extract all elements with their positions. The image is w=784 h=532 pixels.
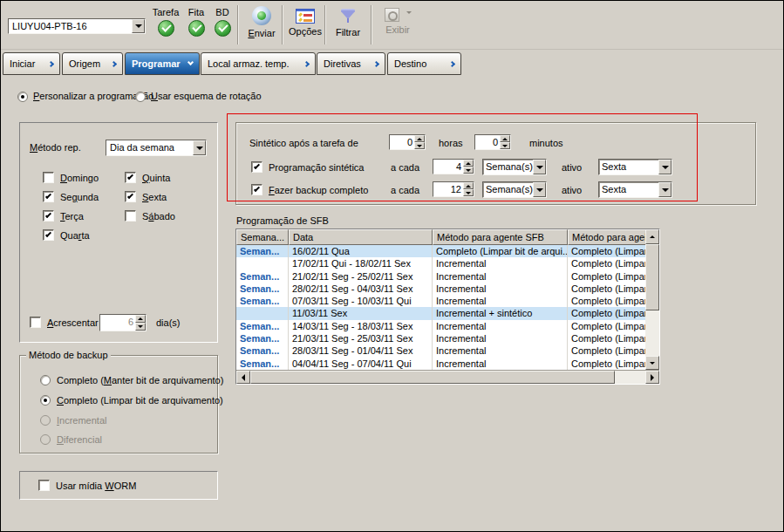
dias-unit-label: dia(s) — [156, 317, 181, 328]
spin-up-button[interactable] — [463, 182, 474, 189]
cell-week: Seman... — [236, 332, 289, 344]
cell-week: Seman... — [236, 358, 289, 370]
checkbox-fazer-backup-completo[interactable] — [251, 184, 262, 195]
table-row[interactable]: Seman... 16/02/11 Qua Completo (Limpar b… — [236, 245, 645, 257]
sintetica-unit-combobox[interactable]: Semana(s) — [482, 159, 547, 175]
spin-up-button[interactable] — [500, 135, 510, 142]
checkbox-quinta[interactable] — [125, 172, 136, 183]
vertical-scrollbar[interactable] — [645, 229, 659, 370]
checkbox-quarta[interactable] — [43, 229, 54, 241]
backup-every-spinner[interactable]: 12 — [433, 181, 474, 197]
table-row[interactable]: Seman... 28/02/11 Seg - 04/03/11 Sex Inc… — [236, 283, 645, 295]
sintetica-day-combobox[interactable]: Sexta — [598, 159, 672, 175]
checkbox-usar-midia-worm[interactable] — [38, 480, 50, 491]
scroll-up-button[interactable] — [645, 229, 659, 244]
scroll-right-button[interactable] — [645, 371, 659, 384]
metodo-rep-combobox[interactable]: Dia da semana — [106, 140, 207, 156]
radio-completo-limpar-label: Completo (Limpar bit de arquivamento) — [57, 395, 223, 406]
table-row[interactable]: Seman... 28/03/11 Seg - 01/04/11 Sex Inc… — [236, 344, 645, 357]
chevron-down-icon — [187, 59, 194, 65]
horizontal-scrollbar[interactable] — [236, 370, 659, 384]
checkbox-acrescentar[interactable] — [30, 317, 41, 328]
table-row[interactable]: Seman... 07/03/11 Seg - 10/03/11 Qui Inc… — [236, 295, 645, 307]
a-cada-label: a cada — [391, 162, 419, 173]
spin-up-button — [135, 315, 146, 323]
sintetica-day-value: Sexta — [599, 160, 658, 174]
cell-method: Incremental — [433, 332, 568, 344]
spin-up-button[interactable] — [463, 160, 474, 167]
enviar-button[interactable]: Enviar — [242, 6, 282, 38]
table-row[interactable]: Seman... 21/02/11 Seg - 25/02/11 Sex Inc… — [236, 270, 645, 283]
column-header-data[interactable]: Data — [289, 229, 433, 245]
radio-completo-limpar[interactable] — [40, 395, 51, 406]
view-icon — [385, 8, 399, 22]
checkbox-terca[interactable] — [43, 210, 54, 222]
dropdown-button[interactable] — [658, 182, 672, 197]
checkbox-domingo[interactable] — [43, 172, 54, 183]
cell-method2: Completo (Limpar — [568, 320, 645, 332]
job-selector-value: LIUYU04-PTB-16 — [9, 19, 132, 33]
tab-iniciar[interactable]: Iniciar — [3, 52, 60, 75]
cell-method2: Completo (Limpar — [568, 332, 645, 344]
check-circle-icon — [215, 20, 231, 37]
table-row[interactable]: Seman... 04/04/11 Seg - 07/04/11 Qui Inc… — [236, 358, 645, 370]
acrescentar-spinner-disabled: 6 — [99, 314, 147, 331]
tab-programar-selected[interactable]: Programar — [125, 52, 200, 75]
checkbox-sexta[interactable] — [125, 191, 136, 202]
horizontal-scroll-track[interactable] — [615, 371, 645, 384]
radio-rotacao-label: Usar esquema de rotação — [151, 91, 262, 101]
radio-completo-manter[interactable] — [40, 375, 51, 385]
toolbar-separator — [282, 5, 283, 44]
radio-personalizar-programacao[interactable] — [17, 92, 28, 102]
sintetica-every-spinner[interactable]: 4 — [433, 159, 474, 174]
tab-diretivas[interactable]: Diretivas — [317, 52, 385, 75]
minutes-spinner[interactable]: 0 — [474, 134, 511, 150]
table-row[interactable]: 17/02/11 Qui - 18/02/11 Sex Incremental … — [236, 257, 645, 269]
tab-destino[interactable]: Destino — [387, 52, 461, 75]
spin-down-button[interactable] — [463, 167, 474, 174]
segunda-label: Segunda — [60, 192, 99, 202]
filtrar-button[interactable]: Filtrar — [329, 6, 367, 38]
scroll-down-button[interactable] — [645, 356, 659, 370]
table-row[interactable]: 11/03/11 Sex Incremental + sintético Com… — [236, 307, 645, 319]
scroll-left-button[interactable] — [236, 371, 250, 384]
checkbox-programacao-sintetica[interactable] — [251, 161, 262, 173]
cell-date: 17/02/11 Qui - 18/02/11 Sex — [289, 257, 433, 269]
exibir-label: Exibir — [385, 24, 410, 35]
spin-down-button[interactable] — [414, 142, 425, 149]
sabado-label: Sábado — [142, 211, 175, 222]
table-row[interactable]: Seman... 21/03/11 Seg - 25/03/11 Sex Inc… — [236, 332, 645, 344]
chevron-right-icon — [303, 60, 310, 66]
checkbox-sabado[interactable] — [125, 210, 136, 222]
checkbox-segunda[interactable] — [43, 191, 54, 202]
hours-spinner[interactable]: 0 — [389, 134, 426, 150]
job-selector-combobox[interactable]: LIUYU04-PTB-16 — [8, 18, 146, 34]
table-row[interactable]: Seman... 14/03/11 Seg - 18/03/11 Sex Inc… — [236, 320, 645, 332]
horizontal-scroll-thumb[interactable] — [250, 371, 615, 384]
metodo-rep-dropdown-button[interactable] — [193, 140, 206, 155]
status-fita: Fita — [185, 7, 208, 37]
spin-down-button[interactable] — [500, 142, 510, 149]
column-header-metodo-sfb[interactable]: Método para agente SFB — [433, 229, 568, 245]
cell-date: 28/02/11 Seg - 04/03/11 Sex — [289, 283, 433, 295]
radio-usar-esquema-rotacao[interactable] — [135, 92, 146, 102]
horas-label: horas — [439, 138, 463, 148]
chevron-right-icon — [111, 60, 117, 66]
dropdown-button[interactable] — [533, 182, 546, 197]
backup-unit-combobox[interactable]: Semana(s) — [482, 181, 547, 198]
vertical-scroll-track[interactable] — [645, 310, 659, 356]
tab-local-armaz-temp[interactable]: Local armaz. temp. — [201, 52, 316, 75]
dropdown-button[interactable] — [533, 160, 546, 174]
exibir-button-disabled: Exibir — [378, 6, 418, 35]
job-selector-dropdown-button[interactable] — [132, 19, 145, 33]
tab-origem[interactable]: Origem — [62, 52, 123, 75]
spin-down-button[interactable] — [463, 189, 474, 196]
column-header-semana[interactable]: Semana... — [236, 229, 289, 245]
spin-up-button[interactable] — [414, 135, 425, 142]
vertical-scroll-thumb[interactable] — [645, 244, 659, 310]
backup-day-combobox[interactable]: Sexta — [598, 181, 672, 198]
opcoes-button[interactable]: Opções — [285, 6, 325, 37]
dropdown-button[interactable] — [658, 160, 672, 174]
column-header-metodo-agente[interactable]: Método para agei — [568, 229, 645, 245]
fazer-backup-completo-label: Fazer backup completo — [269, 185, 368, 195]
